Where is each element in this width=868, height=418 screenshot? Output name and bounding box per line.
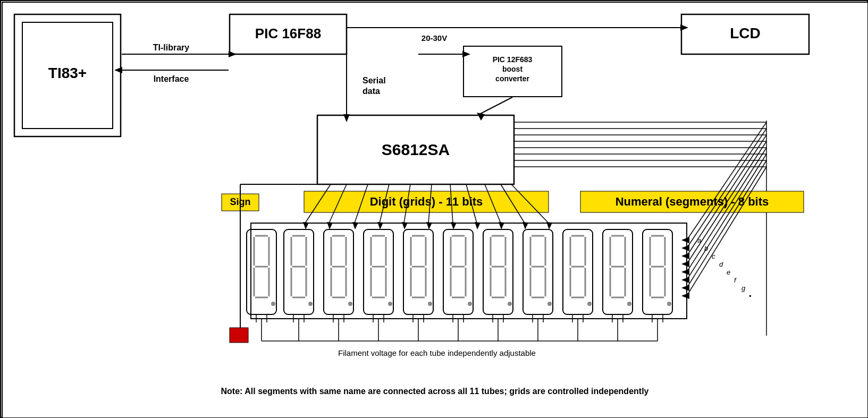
bottom-note: Note: All segments with same name are co… xyxy=(221,387,649,396)
s6812sa-label: S6812SA xyxy=(382,141,450,158)
filament-note: Filament voltage for each tube independe… xyxy=(338,348,536,357)
svg-point-154 xyxy=(587,302,592,306)
svg-point-77 xyxy=(308,302,313,306)
serial-data-label2: data xyxy=(363,87,380,96)
segment-c-label: c xyxy=(712,252,715,260)
pic16f88-label: PIC 16F88 xyxy=(255,25,321,41)
svg-point-88 xyxy=(348,302,352,306)
svg-point-143 xyxy=(547,302,552,306)
segment-a-label: a xyxy=(697,236,701,244)
svg-point-121 xyxy=(468,302,472,306)
ti-library-label: TI-library xyxy=(153,43,190,52)
digit-grids-label: Digit (grids) - 11 bits xyxy=(370,195,483,208)
segment-e-label: e xyxy=(727,268,730,276)
pic12f683-line1: PIC 12F683 xyxy=(493,55,533,64)
ti83-label: TI83+ xyxy=(48,65,87,81)
svg-rect-35 xyxy=(230,328,248,343)
pic12f683-line2: boost xyxy=(502,65,523,73)
segment-b-label: b xyxy=(704,244,708,252)
svg-point-132 xyxy=(508,302,512,306)
segment-g-label: g xyxy=(741,284,746,292)
numeral-segments-label: Numeral (segments) - 8 bits xyxy=(616,195,769,208)
interface-label: Interface xyxy=(154,74,189,83)
segment-d-label: d xyxy=(719,260,723,268)
svg-point-176 xyxy=(667,302,671,306)
pic12f683-line3: converter xyxy=(495,74,529,83)
voltage-label: 20-30V xyxy=(422,33,447,42)
svg-point-110 xyxy=(428,302,432,306)
svg-point-165 xyxy=(627,302,631,306)
serial-data-label: Serial xyxy=(363,76,386,85)
svg-point-99 xyxy=(388,302,392,306)
segment-dot-label: • xyxy=(749,292,752,300)
svg-point-66 xyxy=(271,302,275,306)
lcd-label: LCD xyxy=(730,25,761,41)
diagram-container: TI83+ PIC 16F88 LCD TI-library Interface… xyxy=(0,0,868,418)
